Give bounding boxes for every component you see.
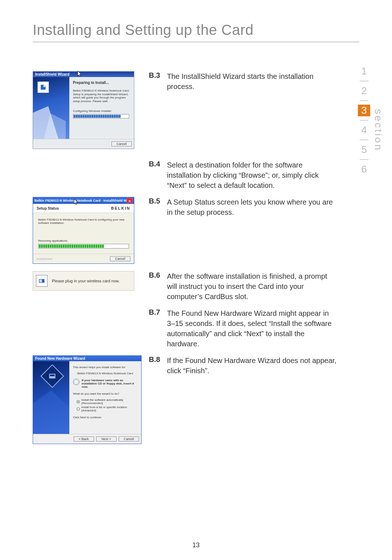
ss4-next-button[interactable]: Next > (96, 436, 117, 442)
installer-icon (37, 81, 49, 93)
nav-separator (360, 159, 368, 160)
step-b3-label: B.3 (149, 71, 167, 92)
cursor-icon (74, 199, 79, 205)
step-b4-text: Select a destination folder for the soft… (167, 160, 338, 190)
nav-separator (360, 120, 368, 121)
step-b8-label: B.8 (149, 355, 167, 376)
step-b3-text: The InstallShield Wizard starts the inst… (167, 71, 338, 92)
ss1-titlebar: InstallShield Wizard (33, 72, 134, 77)
ss4-titlebar: Found New Hardware Wizard (33, 356, 141, 361)
step-b7-text: The Found New Hardware Wizard might appe… (167, 308, 338, 349)
step-b5-text: A Setup Status screen lets you know wher… (167, 197, 338, 217)
section-nav-1[interactable]: 1 (358, 65, 370, 77)
ss2-cancel-button[interactable]: Cancel (110, 256, 130, 261)
ss4-continue: Click Next to continue. (73, 416, 138, 419)
ss2-body-text: Belkin F5D8013 N Wireless Notebook Card … (38, 218, 129, 225)
ss4-back-button[interactable]: < Back (74, 436, 94, 442)
ss1-heading: Preparing to Install... (73, 81, 130, 85)
ss3-text: Please plug in your wireless card now. (52, 279, 119, 283)
nav-separator (360, 100, 368, 101)
nav-separator (360, 140, 368, 140)
section-label: section (372, 109, 384, 152)
close-icon[interactable]: × (127, 198, 132, 203)
ss1-cancel-button[interactable]: Cancel (111, 141, 132, 146)
ss2-progress-bar (38, 244, 129, 249)
ss4-option-advanced[interactable]: Install from a list or specific location… (77, 406, 138, 412)
page-number: 13 (0, 541, 392, 549)
section-nav-3[interactable]: 3 (358, 105, 370, 116)
ss4-line1: This wizard helps you install software f… (73, 366, 138, 369)
screenshot-plug-prompt: Please plug in your wireless card now. (33, 271, 134, 291)
section-nav-6[interactable]: 6 (358, 164, 370, 175)
section-nav-2[interactable]: 2 (358, 85, 370, 97)
nav-separator (360, 81, 368, 81)
svg-rect-3 (50, 375, 55, 376)
screenshot-setup-status: Belkin F5D8013 N Wireless Notebook Card … (33, 197, 134, 264)
screenshot-installshield-preparing: InstallShield Wizard Preparing to Instal… (33, 71, 134, 149)
screenshot-found-new-hardware: Found New Hardware Wizard This wizard he… (33, 355, 142, 444)
ss2-installshield-label: InstallShield (37, 257, 110, 261)
section-nav-4[interactable]: 4 (358, 124, 370, 136)
ss2-brand: BELKIN (111, 206, 130, 210)
ss2-status: Removing applications (38, 239, 129, 242)
section-nav: 1 2 3 4 5 6 (358, 65, 370, 175)
step-b5-label: B.5 (149, 197, 167, 217)
ss1-status: Configuring Windows Installer (73, 109, 130, 113)
radio-unchecked-icon (77, 407, 80, 411)
ss1-body-text: Belkin F5D8013 N Wireless Notebook Card … (73, 89, 130, 103)
step-b6-label: B.6 (149, 271, 167, 302)
cursor-icon (77, 71, 82, 77)
step-b8-text: If the Found New Hardware Wizard does no… (167, 355, 338, 376)
radio-checked-icon (77, 400, 80, 403)
ss4-cd-note: If your hardware came with an installati… (82, 379, 138, 388)
cd-icon (73, 379, 79, 385)
ss2-header: Setup Status (37, 206, 111, 210)
ss4-cancel-button[interactable]: Cancel (119, 436, 139, 442)
ss4-device: Belkin F5D8013 N Wireless Notebook Card (77, 372, 138, 375)
ss2-titlebar: Belkin F5D8013 N Wireless Notebook Card … (34, 199, 127, 202)
step-b7-label: B.7 (149, 308, 167, 349)
hardware-icon (40, 364, 64, 388)
step-b6-text: After the software installation is finis… (167, 271, 338, 302)
page-title: Installing and Setting up the Card (33, 22, 359, 38)
section-nav-5[interactable]: 5 (358, 144, 370, 156)
ss4-option-auto[interactable]: Install the software automatically (Reco… (77, 398, 138, 405)
step-b4-label: B.4 (149, 160, 167, 190)
title-rule (33, 42, 359, 42)
ss1-progress-bar (73, 114, 129, 118)
card-icon (36, 275, 48, 287)
ss4-question: What do you want the wizard to do? (73, 392, 138, 395)
